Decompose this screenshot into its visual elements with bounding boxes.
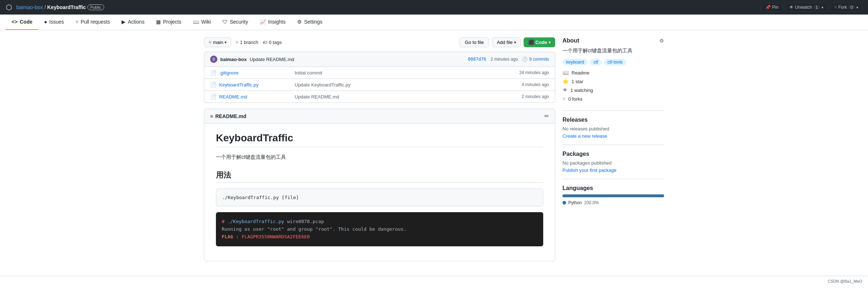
about-section: About ⚙ 一个用于解ct键盘流量包的工具 keyboard ctf ctf… bbox=[562, 37, 664, 102]
create-release-link[interactable]: Create a new release bbox=[562, 133, 607, 139]
fork-stat-icon: ⑂ bbox=[562, 96, 565, 102]
terminal-block: # ./KeyboardTraffic.py wire0078.pcap Run… bbox=[216, 212, 543, 246]
file-commit-message: Update KeyboardTraffic.py bbox=[295, 82, 499, 88]
branch-icon: ⑂ bbox=[209, 40, 212, 45]
header-actions: 📌 Pin 👁 Unwatch 1 ▾ ⑂ Fork 0 ▾ bbox=[761, 3, 862, 12]
chevron-down-icon-branch: ▾ bbox=[225, 40, 226, 44]
tab-security[interactable]: 🛡 Security bbox=[217, 15, 254, 30]
avatar: B bbox=[210, 56, 217, 63]
tab-settings[interactable]: ⚙ Settings bbox=[291, 15, 328, 30]
language-bar bbox=[562, 194, 664, 197]
readme-usage-code: ./KeyboardTraffic.py [file] bbox=[216, 189, 543, 206]
breadcrumb-separator: / bbox=[44, 4, 46, 10]
watching-count: 1 watching bbox=[570, 88, 593, 93]
terminal-argument: wire0078.pcap bbox=[287, 219, 324, 224]
visibility-badge: Public bbox=[87, 4, 104, 10]
star-icon: ⭐ bbox=[562, 78, 569, 84]
releases-title: Releases bbox=[562, 117, 664, 123]
file-browser: ⑂ main ▾ ⑂ 1 branch 🏷 0 tags Go to file … bbox=[204, 37, 555, 261]
commit-message: Update README.md bbox=[250, 57, 294, 62]
branch-selector[interactable]: ⑂ main ▾ bbox=[204, 37, 231, 47]
list-icon: ≡ bbox=[210, 113, 213, 119]
tab-wiki[interactable]: 📖 Wiki bbox=[187, 15, 217, 30]
tag-keyboard[interactable]: keyboard bbox=[562, 59, 587, 65]
owner-link[interactable]: baimao-box bbox=[16, 4, 43, 10]
terminal-command: ./KeyboardTraffic.py bbox=[228, 219, 287, 224]
pin-button[interactable]: 📌 Pin bbox=[761, 3, 782, 12]
branch-left: ⑂ main ▾ ⑂ 1 branch 🏷 0 tags bbox=[204, 37, 282, 47]
fork-button[interactable]: ⑂ Fork 0 ▾ bbox=[830, 3, 862, 12]
branch-right: Go to file Add file ▾ ⬛ Code ▾ bbox=[459, 37, 555, 47]
unwatch-button[interactable]: 👁 Unwatch 1 ▾ bbox=[785, 3, 827, 12]
terminal-flag-value: FLAGPR3550NWARDSA2FEE6E0 bbox=[242, 234, 310, 239]
table-row: 📄 .gitignore Initial commit 24 minutes a… bbox=[204, 67, 555, 79]
readme-title: ≡ README.md bbox=[210, 113, 246, 119]
nav-tabs: <> Code ● Issues ⑂ Pull requests ▶ Actio… bbox=[0, 15, 868, 30]
file-table: 📄 .gitignore Initial commit 24 minutes a… bbox=[204, 67, 555, 103]
code-icon: <> bbox=[12, 19, 17, 25]
releases-no-content: No releases published bbox=[562, 126, 664, 132]
tab-insights[interactable]: 📈 Insights bbox=[254, 15, 291, 30]
readme-usage-heading: 用法 bbox=[216, 170, 543, 183]
commits-history-link[interactable]: 🕐 9 commits bbox=[522, 57, 549, 62]
stars-stat[interactable]: ⭐ 1 star bbox=[562, 78, 664, 84]
repo-link[interactable]: KeyboardTraffic bbox=[47, 4, 86, 10]
code-dropdown-icon: ⬛ bbox=[528, 40, 534, 45]
code-button[interactable]: ⬛ Code ▾ bbox=[524, 37, 556, 47]
tag-ctf[interactable]: ctf bbox=[590, 59, 602, 65]
packages-title: Packages bbox=[562, 151, 664, 157]
chevron-down-icon-code: ▾ bbox=[549, 40, 550, 44]
actions-icon: ▶ bbox=[122, 19, 126, 25]
tab-pull-requests[interactable]: ⑂ Pull requests bbox=[70, 15, 116, 30]
go-to-file-button[interactable]: Go to file bbox=[459, 37, 489, 47]
fork-icon: ⑂ bbox=[834, 5, 837, 10]
readme-box: ≡ README.md ✏ KeyboardTraffic 一个用于解ct键盘流… bbox=[204, 109, 555, 261]
readme-header: ≡ README.md ✏ bbox=[204, 109, 555, 124]
about-title: About bbox=[562, 37, 579, 44]
packages-section: Packages No packages published Publish y… bbox=[562, 145, 664, 173]
branch-count-link[interactable]: ⑂ 1 branch bbox=[236, 40, 258, 45]
file-name-link[interactable]: .gitignore bbox=[219, 70, 292, 76]
forks-stat[interactable]: ⑂ 0 forks bbox=[562, 96, 664, 102]
tab-actions[interactable]: ▶ Actions bbox=[116, 15, 150, 30]
tab-code[interactable]: <> Code bbox=[6, 15, 38, 30]
tab-issues[interactable]: ● Issues bbox=[38, 15, 70, 30]
commit-meta: 0087d76 2 minutes ago 🕐 9 commits bbox=[468, 57, 549, 62]
tag-count-link[interactable]: 🏷 0 tags bbox=[263, 40, 282, 45]
about-description: 一个用于解ct键盘流量包的工具 bbox=[562, 47, 664, 54]
file-time: 4 minutes ago bbox=[502, 82, 549, 87]
watching-stat[interactable]: 👁 1 watching bbox=[562, 87, 664, 93]
file-icon: 📄 bbox=[210, 94, 216, 100]
file-time: 24 minutes ago bbox=[502, 70, 549, 75]
commit-info: B baimao-box Update README.md bbox=[210, 56, 294, 63]
chevron-down-icon-addfile: ▾ bbox=[514, 40, 516, 44]
repo-breadcrumb: baimao-box / KeyboardTraffic Public bbox=[16, 4, 104, 10]
sidebar: About ⚙ 一个用于解ct键盘流量包的工具 keyboard ctf ctf… bbox=[562, 37, 664, 261]
file-name-link[interactable]: KeyboardTraffic.py bbox=[219, 82, 292, 88]
publish-package-link[interactable]: Publish your first package bbox=[562, 167, 617, 173]
python-label: Python bbox=[568, 200, 582, 205]
commit-sha-link[interactable]: 0087d76 bbox=[468, 57, 486, 62]
readme-stat[interactable]: 📖 Readme bbox=[562, 70, 664, 76]
book-icon: 📖 bbox=[562, 70, 569, 76]
main-content: ⑂ main ▾ ⑂ 1 branch 🏷 0 tags Go to file … bbox=[198, 30, 670, 268]
forks-count: 0 forks bbox=[568, 96, 582, 102]
chevron-down-icon-fork: ▾ bbox=[856, 5, 858, 9]
eye-icon: 👁 bbox=[789, 5, 794, 10]
header: ⬡ baimao-box / KeyboardTraffic Public 📌 … bbox=[0, 0, 868, 15]
tag-ctf-tools[interactable]: ctf-tools bbox=[604, 59, 626, 65]
unwatch-count: 1 bbox=[814, 5, 820, 9]
tab-projects[interactable]: ▦ Projects bbox=[150, 15, 187, 30]
readme-stat-label: Readme bbox=[572, 70, 589, 76]
gear-icon-about[interactable]: ⚙ bbox=[659, 38, 664, 44]
language-item-python[interactable]: Python 100.0% bbox=[562, 200, 664, 205]
edit-readme-button[interactable]: ✏ bbox=[544, 113, 549, 120]
add-file-button[interactable]: Add file ▾ bbox=[492, 37, 520, 47]
terminal-colon: : bbox=[233, 234, 241, 239]
languages-section: Languages Python 100.0% bbox=[562, 179, 664, 205]
commit-username[interactable]: baimao-box bbox=[220, 57, 247, 62]
terminal-prompt: # bbox=[222, 219, 228, 224]
file-name-link[interactable]: README.md bbox=[219, 94, 292, 100]
table-row: 📄 KeyboardTraffic.py Update KeyboardTraf… bbox=[204, 79, 555, 91]
insights-icon: 📈 bbox=[260, 19, 266, 25]
